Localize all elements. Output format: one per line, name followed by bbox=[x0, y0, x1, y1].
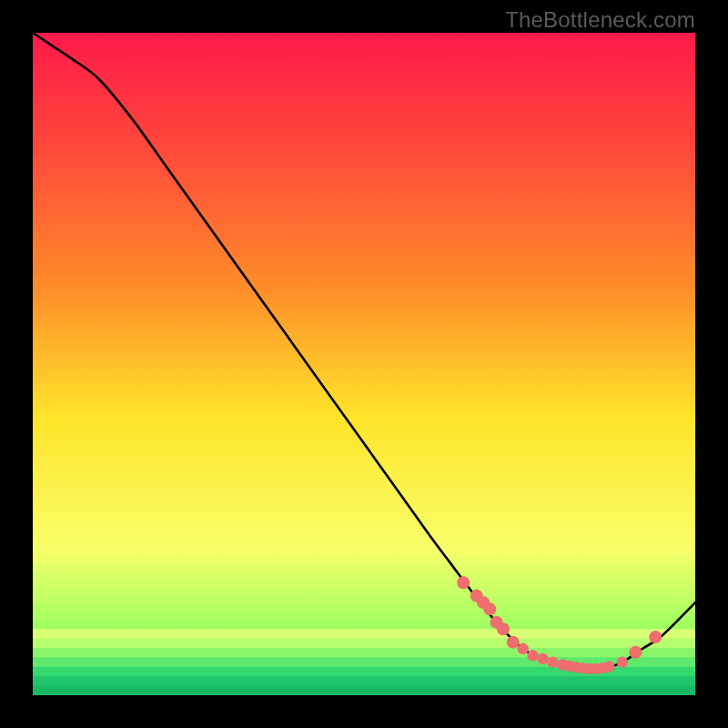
green-bands bbox=[33, 629, 695, 695]
plot-area bbox=[33, 33, 695, 695]
marker-dot bbox=[603, 661, 614, 672]
gradient-background bbox=[33, 33, 695, 695]
marker-dot bbox=[507, 636, 520, 649]
svg-rect-2 bbox=[33, 648, 695, 658]
marker-dot bbox=[497, 622, 510, 635]
marker-dot bbox=[547, 656, 558, 667]
svg-rect-6 bbox=[33, 686, 695, 695]
marker-dot bbox=[629, 646, 642, 659]
svg-rect-5 bbox=[33, 676, 695, 686]
marker-dot bbox=[483, 602, 496, 615]
watermark-text: TheBottleneck.com bbox=[505, 7, 695, 33]
marker-dot bbox=[457, 576, 470, 589]
svg-rect-1 bbox=[33, 639, 695, 649]
svg-rect-0 bbox=[33, 629, 695, 639]
marker-dot bbox=[527, 650, 538, 661]
chart-svg bbox=[33, 33, 695, 695]
chart-stage: TheBottleneck.com bbox=[0, 0, 728, 728]
marker-dot bbox=[649, 631, 662, 643]
marker-dot bbox=[537, 653, 548, 664]
marker-dot bbox=[617, 656, 628, 667]
marker-dot bbox=[518, 643, 529, 654]
